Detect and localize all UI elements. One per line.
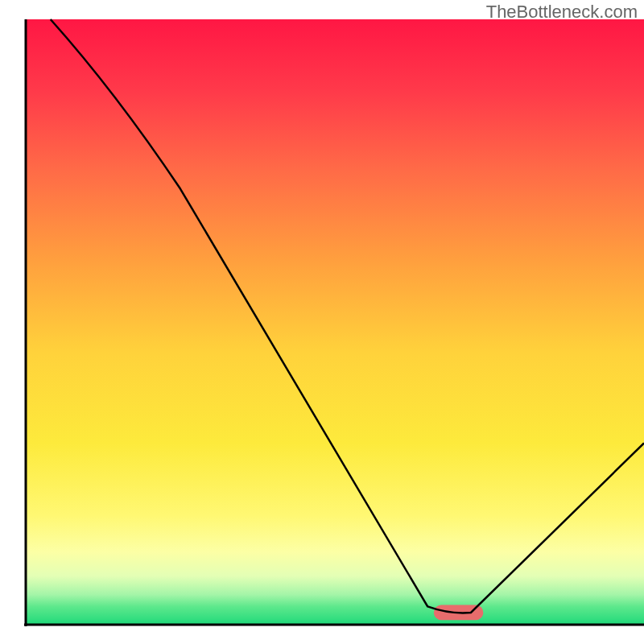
bottleneck-chart xyxy=(0,0,644,644)
watermark-text: TheBottleneck.com xyxy=(486,2,638,23)
chart-container: TheBottleneck.com xyxy=(0,0,644,644)
